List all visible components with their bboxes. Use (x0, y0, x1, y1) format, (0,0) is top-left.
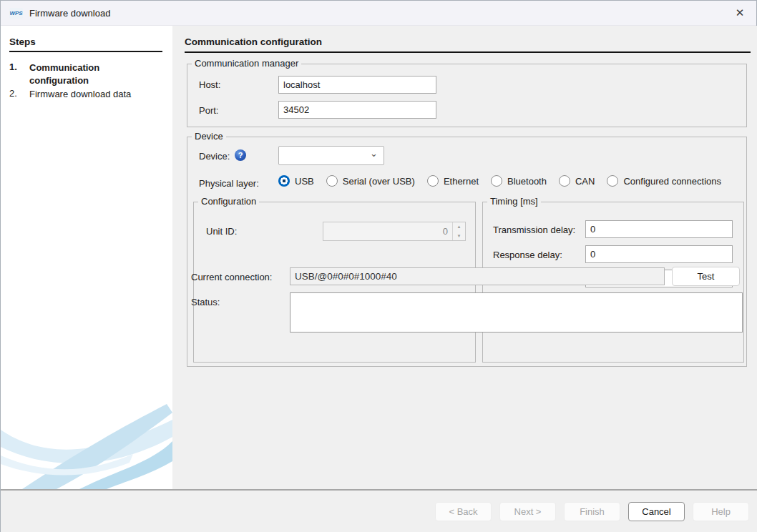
current-connection-label: Current connection: (191, 272, 272, 282)
help-button[interactable]: Help (693, 502, 749, 521)
radio-bluetooth[interactable]: Bluetooth (491, 175, 547, 187)
radio-serial-over-usb[interactable]: Serial (over USB) (326, 175, 415, 187)
steps-sidebar: Steps 1. Communication configuration 2. … (1, 26, 172, 489)
unit-id-label: Unit ID: (206, 226, 237, 237)
status-textarea[interactable] (290, 292, 743, 332)
step-item-firmware-download-data[interactable]: 2. Firmware download data (9, 88, 161, 101)
step-label: Firmware download data (29, 88, 161, 101)
steps-header: Steps (9, 36, 36, 47)
step-label: Communication configuration (29, 61, 161, 87)
step-item-communication-configuration[interactable]: 1. Communication configuration (9, 61, 161, 87)
transmission-delay-label: Transmission delay: (493, 225, 575, 235)
next-button[interactable]: Next > (499, 502, 556, 521)
transmission-delay-input[interactable] (585, 220, 733, 238)
dialog-body: Steps 1. Communication configuration 2. … (1, 26, 757, 489)
back-button[interactable]: < Back (435, 502, 492, 521)
radio-can[interactable]: CAN (559, 175, 595, 187)
host-input[interactable] (278, 76, 436, 94)
port-input[interactable] (278, 101, 436, 119)
help-icon[interactable]: ? (235, 149, 246, 161)
radio-label: Ethernet (444, 176, 479, 187)
step-number: 2. (9, 88, 29, 101)
firmware-download-dialog: WPS Firmware download ✕ Steps 1. Communi… (0, 0, 757, 532)
step-number: 1. (9, 61, 29, 87)
radio-unselected-icon (326, 175, 338, 187)
radio-usb[interactable]: USB (278, 175, 314, 187)
radio-label: CAN (575, 176, 595, 187)
radio-label: Serial (over USB) (343, 176, 415, 187)
response-delay-label: Response delay: (493, 250, 562, 260)
spin-down-icon[interactable]: ▼ (453, 232, 465, 241)
main-panel: Communication configuration Communicatio… (172, 26, 757, 489)
radio-label: USB (295, 176, 314, 187)
window-title: Firmware download (29, 8, 110, 19)
radio-unselected-icon (491, 175, 502, 187)
physical-layer-radio-group: USB Serial (over USB) Ethernet Bluetooth (278, 175, 721, 187)
status-label: Status: (191, 297, 220, 307)
radio-ethernet[interactable]: Ethernet (427, 175, 479, 187)
radio-configured-connections[interactable]: Configured connections (607, 175, 721, 187)
steps-header-rule (9, 51, 162, 52)
spin-up-icon[interactable]: ▲ (453, 222, 465, 232)
page-title-rule (185, 51, 751, 53)
chevron-down-icon: ⌄ (370, 150, 378, 157)
port-label: Port: (199, 105, 218, 116)
finish-button[interactable]: Finish (564, 502, 620, 521)
groupbox-legend: Communication manager (192, 58, 301, 69)
unit-id-value: 0 (323, 222, 452, 240)
host-label: Host: (199, 79, 220, 90)
spinner-buttons: ▲ ▼ (452, 222, 465, 240)
groupbox-legend: Device (192, 131, 226, 142)
radio-unselected-icon (607, 175, 618, 187)
communication-manager-groupbox: Communication manager Host: Port: (187, 64, 747, 127)
current-connection-field (290, 267, 665, 285)
test-button[interactable]: Test (672, 267, 740, 286)
footer-button-bar: < Back Next > Finish Cancel Help (1, 489, 757, 532)
groupbox-legend: Configuration (198, 196, 259, 207)
response-delay-input[interactable] (585, 245, 733, 263)
titlebar: WPS Firmware download ✕ (1, 1, 756, 26)
groupbox-legend: Timing [ms] (487, 196, 541, 207)
device-combobox[interactable]: ⌄ (278, 146, 384, 165)
page-title: Communication configuration (185, 36, 322, 47)
radio-label: Bluetooth (507, 176, 547, 187)
radio-label: Configured connections (623, 176, 721, 187)
device-label: Device: (199, 151, 230, 162)
unit-id-spinner: 0 ▲ ▼ (323, 222, 466, 241)
radio-unselected-icon (559, 175, 570, 187)
app-logo-icon: WPS (9, 8, 23, 19)
radio-selected-icon (278, 175, 290, 187)
decorative-swoosh (1, 400, 172, 489)
close-icon[interactable]: ✕ (723, 1, 756, 25)
cancel-button[interactable]: Cancel (628, 502, 685, 521)
physical-layer-label: Physical layer: (199, 178, 259, 189)
radio-unselected-icon (427, 175, 439, 187)
